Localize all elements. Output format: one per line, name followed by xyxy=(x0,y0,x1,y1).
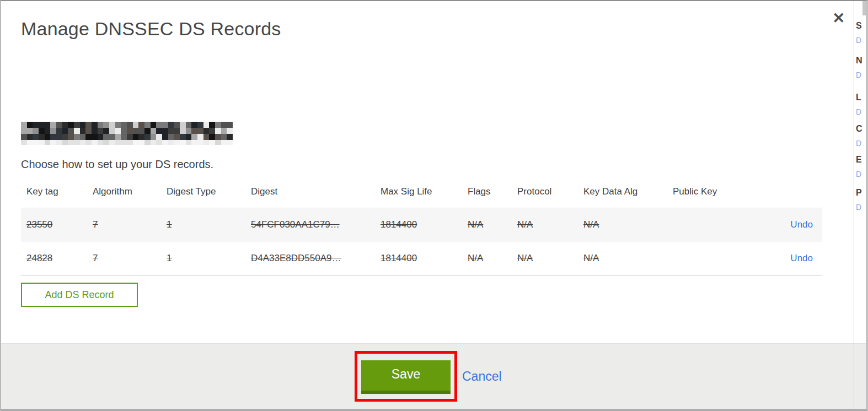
background-link-fragment: D xyxy=(856,71,861,79)
background-text-fragment: P xyxy=(856,188,862,198)
undo-link[interactable]: Undo xyxy=(790,253,813,263)
key-tag-value: 23550 xyxy=(26,219,52,230)
table-header-row: Key tag Algorithm Digest Type Digest Max… xyxy=(21,183,822,208)
algorithm-value: 7 xyxy=(93,253,98,263)
save-button[interactable]: Save xyxy=(361,360,451,394)
digest-value: 54FCF030AA1C79… xyxy=(251,219,340,230)
manage-dnssec-modal: Manage DNSSEC DS Records ✕ Choose how to… xyxy=(1,1,854,409)
column-header-actions xyxy=(756,183,822,208)
background-page-strip: SDNDLDCDEDPD xyxy=(854,1,866,409)
background-link-fragment: D xyxy=(856,36,861,45)
redacted-domain-name xyxy=(21,122,233,145)
background-footer-strip xyxy=(854,343,866,409)
key-data-alg-value: N/A xyxy=(583,219,599,230)
background-text-fragment: L xyxy=(856,93,861,102)
column-header-public-key: Public Key xyxy=(667,183,756,208)
column-header-digest-type: Digest Type xyxy=(161,183,245,208)
background-text-fragment: E xyxy=(856,155,862,165)
column-header-protocol: Protocol xyxy=(512,183,578,208)
digest-value: D4A33E8DD550A9… xyxy=(251,253,341,263)
add-ds-record-button[interactable]: Add DS Record xyxy=(21,283,138,307)
column-header-flags: Flags xyxy=(462,183,512,208)
key-tag-value: 24828 xyxy=(26,253,52,263)
ds-records-table: Key tag Algorithm Digest Type Digest Max… xyxy=(21,183,822,275)
undo-link[interactable]: Undo xyxy=(790,219,813,230)
max-sig-life-value: 1814400 xyxy=(381,253,417,263)
max-sig-life-value: 1814400 xyxy=(381,219,417,230)
column-header-key-tag: Key tag xyxy=(21,183,87,208)
background-text-fragment: S xyxy=(856,21,862,31)
screenshot-frame: Manage DNSSEC DS Records ✕ Choose how to… xyxy=(0,0,868,411)
modal-title: Manage DNSSEC DS Records xyxy=(21,18,281,40)
flags-value: N/A xyxy=(468,219,483,230)
background-link-fragment: D xyxy=(856,139,861,148)
cancel-link[interactable]: Cancel xyxy=(462,369,502,384)
modal-footer: Save Cancel xyxy=(1,343,854,409)
algorithm-value: 7 xyxy=(93,219,98,230)
background-link-fragment: D xyxy=(856,203,861,212)
digest-type-value: 1 xyxy=(167,219,172,230)
column-header-key-data-alg: Key Data Alg xyxy=(578,183,667,208)
table-row: 24828 7 1 D4A33E8DD550A9… 1814400 N/A N/… xyxy=(21,242,822,275)
red-highlight-annotation: Save xyxy=(355,351,457,402)
background-link-fragment: D xyxy=(856,107,861,116)
background-text-fragment: N xyxy=(856,56,862,66)
protocol-value: N/A xyxy=(517,253,533,263)
background-link-fragment: D xyxy=(856,170,861,179)
instruction-text: Choose how to set up your DS records. xyxy=(21,158,213,171)
scrollbar-thumb[interactable] xyxy=(862,1,866,15)
close-icon[interactable]: ✕ xyxy=(832,11,845,26)
digest-type-value: 1 xyxy=(167,253,172,263)
column-header-max-sig-life: Max Sig Life xyxy=(375,183,462,208)
flags-value: N/A xyxy=(468,253,483,263)
table-row: 23550 7 1 54FCF030AA1C79… 1814400 N/A N/… xyxy=(21,208,822,242)
column-header-digest: Digest xyxy=(245,183,375,208)
background-text-fragment: C xyxy=(856,124,862,134)
protocol-value: N/A xyxy=(517,219,533,230)
key-data-alg-value: N/A xyxy=(583,253,599,263)
column-header-algorithm: Algorithm xyxy=(87,183,161,208)
